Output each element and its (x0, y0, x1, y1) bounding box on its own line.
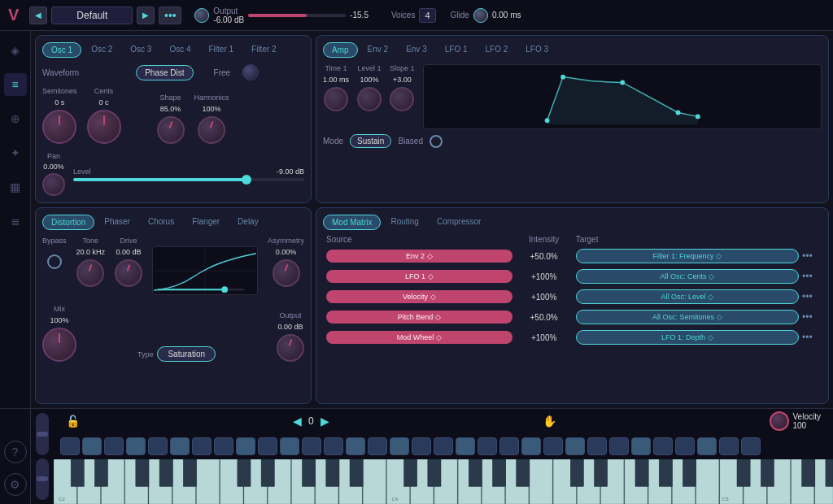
amp-level-knob[interactable] (357, 87, 382, 111)
tab-phaser[interactable]: Phaser (96, 215, 138, 230)
drum-pad[interactable] (324, 437, 343, 455)
settings-icon[interactable]: ⚙ (4, 473, 27, 496)
type-select[interactable]: Saturation (157, 346, 216, 362)
tab-flanger[interactable]: Flanger (184, 215, 228, 230)
mod-dots-4[interactable]: ••• (802, 332, 813, 343)
harmonics-knob[interactable] (198, 116, 225, 144)
bypass-toggle[interactable] (47, 254, 62, 269)
drum-pad[interactable] (346, 437, 365, 455)
drum-pad[interactable] (280, 437, 299, 455)
tab-delay[interactable]: Delay (229, 215, 267, 230)
mod-dots-3[interactable]: ••• (802, 311, 813, 323)
drum-pad[interactable] (719, 437, 739, 455)
drum-pad[interactable] (368, 437, 387, 455)
semitones-knob[interactable] (42, 110, 76, 144)
sidebar-icon-2[interactable]: ⊕ (4, 107, 27, 130)
tab-lfo3[interactable]: LFO 3 (517, 42, 556, 58)
shape-knob[interactable] (157, 116, 185, 144)
drum-pad[interactable] (587, 437, 607, 455)
voices-value[interactable]: 4 (419, 8, 435, 23)
mod-source-select-2[interactable]: Velocity ◇ (326, 290, 512, 303)
mod-dots-0[interactable]: ••• (802, 250, 813, 262)
tab-osc1[interactable]: Osc 1 (42, 42, 81, 58)
hand-icon[interactable]: ✋ (543, 415, 556, 428)
drum-pad[interactable] (192, 437, 212, 455)
mod-source-select-1[interactable]: LFO 1 ◇ (326, 270, 512, 283)
fx-output-knob[interactable] (277, 334, 304, 362)
drum-pad[interactable] (521, 437, 541, 455)
drum-pad[interactable] (126, 437, 146, 455)
mod-target-select-3[interactable]: All Osc: Semitones ◇ (576, 310, 799, 324)
drum-pad[interactable] (258, 437, 277, 455)
tab-env2[interactable]: Env 2 (360, 42, 397, 58)
drum-pad[interactable] (434, 437, 453, 455)
asymmetry-knob[interactable] (273, 259, 300, 287)
drum-pad[interactable] (236, 437, 255, 455)
tab-filter1[interactable]: Filter 1 (201, 42, 242, 58)
mod-dots-2[interactable]: ••• (802, 291, 813, 302)
drum-pad[interactable] (60, 437, 80, 455)
mod-wheel-slider[interactable] (36, 458, 49, 501)
mod-dots-1[interactable]: ••• (802, 271, 813, 282)
cents-knob[interactable] (87, 110, 121, 144)
preset-prev-button[interactable]: ◀ (29, 7, 47, 24)
tab-osc4[interactable]: Osc 4 (161, 42, 198, 58)
drum-pad[interactable] (697, 437, 717, 455)
tab-env3[interactable]: Env 3 (398, 42, 435, 58)
sidebar-icon-0[interactable]: ◈ (4, 39, 27, 62)
tab-compressor[interactable]: Compressor (429, 215, 489, 230)
drum-pad[interactable] (609, 437, 629, 455)
pan-knob[interactable] (42, 173, 65, 196)
tab-lfo2[interactable]: LFO 2 (478, 42, 517, 58)
sidebar-icon-4[interactable]: ▦ (4, 176, 27, 198)
kb-prev-icon[interactable]: ◀ (293, 415, 302, 428)
drive-knob[interactable] (115, 259, 142, 287)
mode-select[interactable]: Sustain (350, 134, 391, 148)
pitch-bend-slider[interactable] (36, 413, 49, 455)
tab-chorus[interactable]: Chorus (140, 215, 182, 230)
drum-pad[interactable] (565, 437, 585, 455)
drum-pad[interactable] (543, 437, 563, 455)
drum-pad[interactable] (499, 437, 519, 455)
drum-pad[interactable] (412, 437, 431, 455)
mix-knob[interactable] (42, 328, 76, 362)
question-icon[interactable]: ? (4, 441, 27, 463)
drum-pad[interactable] (631, 437, 651, 455)
drum-pad[interactable] (478, 437, 497, 455)
level-slider[interactable] (73, 178, 304, 181)
drum-pad[interactable] (741, 437, 761, 455)
tab-routing[interactable]: Routing (382, 215, 426, 230)
biased-toggle[interactable] (430, 135, 443, 148)
drum-pad[interactable] (390, 437, 409, 455)
tab-osc3[interactable]: Osc 3 (122, 42, 159, 58)
drum-pad[interactable] (214, 437, 233, 455)
drum-pad[interactable] (302, 437, 321, 455)
lock-icon[interactable]: 🔓 (66, 415, 80, 428)
amp-time-knob[interactable] (324, 87, 348, 111)
sidebar-icon-5[interactable]: ≣ (4, 210, 27, 232)
waveform-select[interactable]: Phase Dist (136, 65, 193, 80)
amp-slope-knob[interactable] (390, 87, 414, 111)
drum-pad[interactable] (456, 437, 475, 455)
sidebar-icon-1[interactable]: ≡ (4, 73, 27, 96)
mod-source-select-4[interactable]: Mod Wheel ◇ (326, 331, 512, 344)
drum-pad[interactable] (653, 437, 673, 455)
drum-pad[interactable] (675, 437, 695, 455)
free-knob[interactable] (242, 64, 259, 80)
tab-mod-matrix[interactable]: Mod Matrix (323, 215, 381, 230)
tone-knob[interactable] (76, 259, 104, 287)
preset-next-button[interactable]: ▶ (137, 7, 155, 24)
mod-source-select-0[interactable]: Env 2 ◇ (326, 250, 512, 263)
velocity-knob[interactable] (770, 411, 789, 431)
drum-pad[interactable] (170, 437, 190, 455)
tab-lfo1[interactable]: LFO 1 (437, 42, 476, 58)
kb-next-icon[interactable]: ▶ (321, 415, 329, 428)
tab-amp[interactable]: Amp (323, 42, 358, 58)
preset-menu-button[interactable]: ••• (159, 7, 181, 24)
mod-target-select-2[interactable]: All Osc: Level ◇ (576, 289, 799, 304)
tab-osc2[interactable]: Osc 2 (83, 42, 120, 58)
tab-filter2[interactable]: Filter 2 (243, 42, 285, 58)
mod-target-select-4[interactable]: LFO 1: Depth ◇ (576, 330, 799, 345)
output-slider[interactable] (248, 14, 346, 17)
mod-target-select-1[interactable]: All Osc: Cents ◇ (576, 269, 799, 284)
